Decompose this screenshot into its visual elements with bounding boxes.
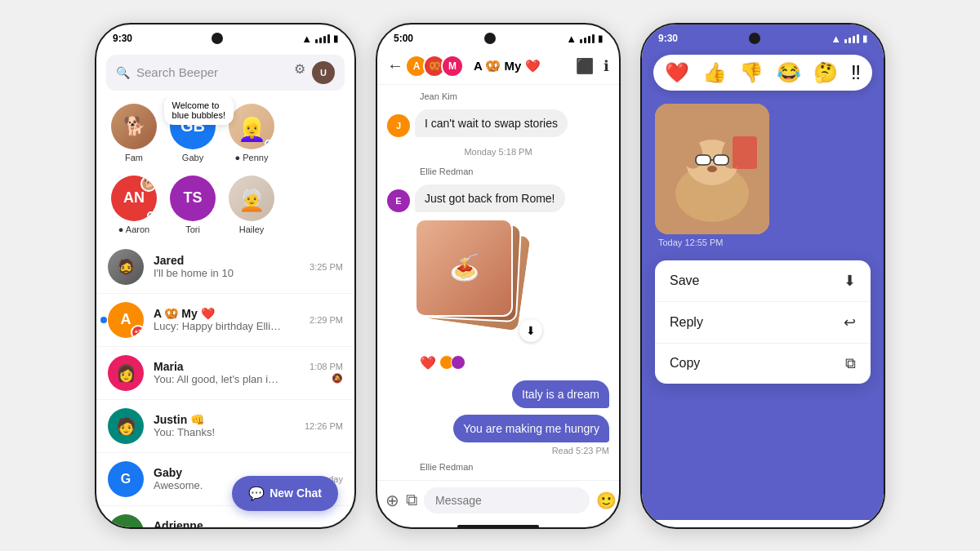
msg-avatar-jean: J — [387, 114, 410, 137]
story-gaby[interactable]: GB Welcome toblue bubbles! Gaby — [168, 104, 217, 162]
chat-time-amy: 2:29 PM — [310, 315, 343, 325]
emoji-think[interactable]: 🤔 — [813, 61, 838, 84]
context-menu-reply[interactable]: Reply ↩ — [655, 302, 871, 344]
chat-preview-amy: Lucy: Happy birthday Ellie!! Hope you've… — [154, 320, 284, 332]
status-icons-3: ▲ ▮ — [831, 33, 867, 45]
search-icon: 🔍 — [116, 66, 130, 79]
reaction-heart: ❤️ — [420, 355, 436, 371]
bubble-2: Just got back from Rome! — [415, 184, 565, 212]
chat-meta-amy: 2:29 PM — [310, 315, 343, 325]
story-label-hailey: Hailey — [239, 224, 265, 234]
chat-meta-justin: 12:26 PM — [305, 421, 343, 431]
back-button[interactable]: ← — [387, 56, 403, 75]
story-hailey[interactable]: 🧑‍🦳 Hailey — [227, 176, 276, 234]
status-icons-1: ▲ ▮ — [301, 33, 338, 45]
context-menu-save[interactable]: Save ⬇ — [655, 260, 871, 302]
header-avatar-c: M — [441, 55, 464, 78]
chat-info-amy: A 🥨 My ❤️ Lucy: Happy birthday Ellie!! H… — [154, 307, 300, 332]
story-row-1: 🐕 Fam GB Welcome toblue bubbles! Gaby 👱‍… — [96, 97, 354, 169]
chat-screen: ← A 🥨 M A 🥨 My ❤️ ⬛ ℹ Jean Kim J I can't… — [377, 48, 619, 520]
info-icon[interactable]: ℹ — [604, 57, 609, 75]
chat-meta-jared: 3:25 PM — [310, 262, 343, 272]
chat-item-maria[interactable]: 👩 Maria You: All good, let's plan in our… — [96, 347, 354, 400]
chat-name-jared: Jared — [154, 254, 300, 267]
bubble-out1: Italy is a dream — [512, 380, 609, 408]
signal-icon — [315, 34, 330, 43]
new-chat-icon: 💬 — [248, 486, 265, 501]
chat-item-justin[interactable]: 🧑 Justin 👊 You: Thanks! 12:26 PM — [96, 400, 354, 453]
story-avatar-tori: TS — [170, 176, 216, 221]
sender-label-ellie-2: Ellie Redman — [387, 462, 609, 472]
emoji-laugh[interactable]: 😂 — [777, 61, 801, 84]
search-input[interactable]: Search Beeper — [136, 65, 287, 79]
chat-header: ← A 🥨 M A 🥨 My ❤️ ⬛ ℹ — [377, 48, 619, 85]
emoji-heart[interactable]: ❤️ — [665, 61, 689, 84]
emoji-reaction-bar: ❤️ 👍 👎 😂 🤔 ‼️ — [653, 55, 872, 91]
emoji-exclaim[interactable]: ‼️ — [851, 61, 861, 84]
msg-row-out2: You are making me hungry — [387, 415, 609, 442]
story-avatar-aaron: AN 🐕 — [111, 176, 157, 221]
emoji-thumbsdown[interactable]: 👎 — [739, 61, 764, 84]
new-chat-button[interactable]: 💬 New Chat — [232, 476, 338, 511]
chat-info-justin: Justin 👊 You: Thanks! — [154, 413, 295, 438]
phone-2: 5:00 ▲ ▮ ← A 🥨 M A 🥨 My ❤️ — [376, 23, 621, 529]
online-dot-penny — [265, 140, 273, 148]
copy-icon: ⧉ — [845, 355, 856, 372]
msg-avatar-ellie-2 — [387, 322, 410, 345]
chat-info-adrienne: Adrienne Omg, that looks so nice! — [154, 519, 333, 529]
status-bar-2: 5:00 ▲ ▮ — [377, 24, 619, 48]
chat-time-jared: 3:25 PM — [310, 262, 343, 272]
emoji-icon[interactable]: 🙂 — [596, 491, 617, 510]
video-icon[interactable]: ⬛ — [576, 57, 594, 75]
svg-rect-11 — [733, 136, 757, 169]
status-bar-3: 9:30 ▲ ▮ — [642, 24, 884, 48]
settings-icon[interactable]: ⚙ — [294, 61, 305, 84]
dog-svg — [655, 104, 769, 234]
emoji-thumbsup[interactable]: 👍 — [702, 61, 727, 84]
chat-avatar-justin: 🧑 — [108, 408, 144, 444]
chat-avatar-gaby: G — [108, 461, 144, 497]
dog-image-area: Today 12:55 PM — [642, 97, 884, 254]
chat-time-justin: 12:26 PM — [305, 421, 343, 431]
camera-notch-2 — [484, 33, 496, 44]
reactions: ❤️ — [387, 352, 609, 374]
reaction-avatar-2 — [451, 355, 466, 370]
bubble-1: I can't wait to swap stories — [415, 109, 568, 137]
chat-item-amy[interactable]: A +2 A 🥨 My ❤️ Lucy: Happy birthday Elli… — [96, 294, 354, 347]
chat-info-jared: Jared I'll be home in 10 — [154, 254, 300, 279]
chat-avatar-adrienne: AD — [108, 514, 144, 529]
svg-point-10 — [707, 166, 717, 172]
camera-notch-1 — [212, 33, 223, 44]
home-indicator-3 — [722, 525, 804, 528]
story-aaron[interactable]: AN 🐕 ● Aaron — [109, 176, 158, 234]
context-menu-reply-label: Reply — [670, 315, 703, 330]
battery-icon-2: ▮ — [598, 33, 603, 44]
search-bar[interactable]: 🔍 Search Beeper ⚙ U — [106, 55, 345, 91]
chat-info-maria: Maria You: All good, let's plan in our m… — [154, 360, 300, 385]
story-avatar-penny: 👱‍♀️ — [229, 104, 274, 149]
image-stack: 🍸 🏛️ 🍝 ⬇ — [415, 219, 546, 345]
story-penny[interactable]: 👱‍♀️ ● Penny — [227, 104, 276, 162]
sender-label-ellie: Ellie Redman — [387, 167, 609, 176]
save-icon: ⬇ — [844, 272, 856, 290]
message-input[interactable] — [424, 487, 590, 513]
chat-preview-jared: I'll be home in 10 — [154, 267, 284, 279]
user-avatar[interactable]: U — [312, 61, 335, 84]
msg-row-1: J I can't wait to swap stories — [387, 109, 609, 137]
download-icon[interactable]: ⬇ — [519, 319, 542, 342]
time-divider: Monday 5:18 PM — [387, 147, 609, 157]
sender-label-jean: Jean Kim — [387, 91, 609, 101]
chat-preview-maria: You: All good, let's plan in our meeting… — [154, 373, 284, 385]
sticker-icon[interactable]: ⧉ — [406, 491, 417, 509]
camera-notch-3 — [749, 33, 760, 44]
story-label-tori: Tori — [185, 224, 200, 234]
context-menu-copy[interactable]: Copy ⧉ — [655, 344, 871, 384]
online-dot-aaron — [147, 211, 155, 220]
story-tori[interactable]: TS Tori — [168, 176, 217, 234]
context-menu-save-label: Save — [670, 273, 699, 288]
story-fam[interactable]: 🐕 Fam — [109, 104, 158, 162]
chat-item-jared[interactable]: 🧔 Jared I'll be home in 10 3:25 PM — [96, 241, 354, 294]
home-indicator-2 — [457, 525, 539, 528]
chat-name-adrienne: Adrienne — [154, 519, 333, 529]
add-icon[interactable]: ⊕ — [385, 491, 399, 510]
